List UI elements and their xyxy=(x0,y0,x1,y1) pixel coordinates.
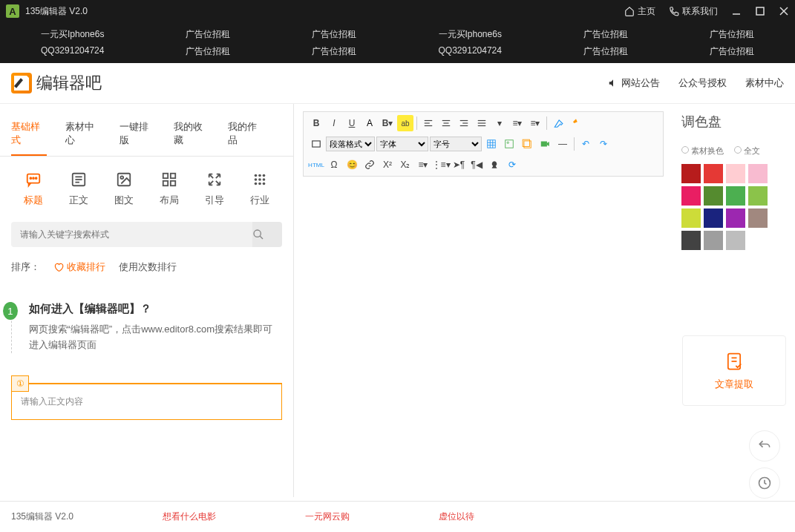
align-center-button[interactable] xyxy=(438,115,454,131)
status-link-slot[interactable]: 虚位以待 xyxy=(439,510,474,523)
eraser-button[interactable] xyxy=(550,115,566,131)
color-swatch[interactable] xyxy=(704,231,723,250)
italic-button[interactable]: I xyxy=(326,115,342,131)
close-button[interactable] xyxy=(779,6,789,16)
format-select[interactable]: 段落格式 xyxy=(326,137,375,151)
lineheight-button[interactable]: ≡▾ xyxy=(509,115,526,131)
align-right-button[interactable] xyxy=(456,115,472,131)
history-redo-button[interactable] xyxy=(749,467,780,499)
color-swatch[interactable] xyxy=(748,164,768,183)
ad-text[interactable]: 一元买Iphone6s xyxy=(41,28,104,41)
rtl-button[interactable]: ¶◀ xyxy=(468,157,485,173)
ad-text[interactable]: 广告位招租 xyxy=(312,28,356,41)
tab-basic-style[interactable]: 基础样式 xyxy=(11,113,47,156)
hr-button[interactable]: — xyxy=(554,136,571,152)
highlight-button[interactable]: ab xyxy=(397,115,413,131)
fontcolor-button[interactable]: A xyxy=(361,115,378,131)
color-swatch[interactable] xyxy=(726,186,745,206)
text-style-card[interactable]: 请输入正文内容 xyxy=(11,383,282,420)
align-left-button[interactable] xyxy=(420,115,436,131)
underline-button[interactable]: U xyxy=(344,115,360,131)
ad-text[interactable]: QQ3291204724 xyxy=(439,45,502,56)
tab-typeset[interactable]: 一键排版 xyxy=(120,113,155,156)
tab-works[interactable]: 我的作品 xyxy=(228,113,264,156)
ad-text[interactable]: 广告位招租 xyxy=(186,28,230,41)
color-swatch[interactable] xyxy=(704,186,723,206)
ad-text[interactable]: 广告位招租 xyxy=(186,45,230,58)
omega-button[interactable]: Ω xyxy=(326,157,342,173)
redo-button[interactable]: ↷ xyxy=(595,136,612,152)
category-title[interactable]: 标题 xyxy=(24,171,43,207)
ol-button[interactable]: ≡▾ xyxy=(415,157,431,173)
sort-usage[interactable]: 使用次数排行 xyxy=(119,260,177,274)
nav-material[interactable]: 素材中心 xyxy=(745,76,784,90)
table-button[interactable] xyxy=(483,136,500,152)
color-swatch[interactable] xyxy=(681,186,701,206)
editor-area[interactable]: B I U A B▾ ab ▾ ≡▾ ≡▾ 段落格式 字体 字号 xyxy=(293,104,673,497)
toggle-fulltext[interactable]: 全文 xyxy=(734,145,760,157)
image-button[interactable] xyxy=(501,136,517,152)
ad-text[interactable]: 广告位招租 xyxy=(710,28,754,41)
sup-button[interactable]: X² xyxy=(379,157,396,173)
extract-card[interactable]: 文章提取 xyxy=(682,335,786,406)
indent-button[interactable]: ▾ xyxy=(491,115,508,131)
undo-button[interactable]: ↶ xyxy=(578,136,594,152)
color-swatch[interactable] xyxy=(681,208,701,228)
color-swatch[interactable] xyxy=(748,186,768,206)
color-swatch[interactable] xyxy=(704,208,723,228)
ad-text[interactable]: QQ3291204724 xyxy=(41,45,104,56)
status-link-shop[interactable]: 一元网云购 xyxy=(305,510,350,523)
color-swatch[interactable] xyxy=(704,164,723,183)
source-button[interactable] xyxy=(308,136,324,152)
color-swatch[interactable] xyxy=(681,231,701,250)
ad-text[interactable]: 一元买Iphone6s xyxy=(439,28,502,41)
refresh-button[interactable]: ⟳ xyxy=(504,157,520,173)
ad-text[interactable]: 广告位招租 xyxy=(312,45,356,58)
ad-text[interactable]: 广告位招租 xyxy=(710,45,754,58)
search-button[interactable] xyxy=(252,222,282,247)
search-input[interactable] xyxy=(11,222,252,247)
tab-favorites[interactable]: 我的收藏 xyxy=(174,113,209,156)
size-select[interactable]: 字号 xyxy=(430,137,482,151)
maximize-button[interactable] xyxy=(755,6,765,16)
ad-text[interactable]: 广告位招租 xyxy=(583,28,628,41)
link-button[interactable] xyxy=(361,157,378,173)
nav-announce[interactable]: 网站公告 xyxy=(608,76,660,90)
bold-dropdown[interactable]: B▾ xyxy=(379,115,396,131)
ltr-button[interactable]: ➤¶ xyxy=(451,157,467,173)
style-card[interactable]: 1 如何进入【编辑器吧】？ 网页搜索“编辑器吧”，点击www.editor8.c… xyxy=(11,302,282,353)
nav-authorize[interactable]: 公众号授权 xyxy=(678,76,727,90)
color-swatch[interactable] xyxy=(748,208,768,228)
tab-material[interactable]: 素材中心 xyxy=(65,113,101,156)
color-swatch[interactable] xyxy=(726,208,745,228)
multiimage-button[interactable] xyxy=(519,136,535,152)
minimize-button[interactable] xyxy=(731,6,742,16)
status-link-movie[interactable]: 想看什么电影 xyxy=(163,510,216,523)
category-imagetxt[interactable]: 图文 xyxy=(114,171,134,207)
color-swatch[interactable] xyxy=(726,164,745,183)
contact-link[interactable]: 联系我们 xyxy=(669,5,718,18)
brush-button[interactable] xyxy=(568,115,584,131)
history-undo-button[interactable] xyxy=(749,430,780,462)
category-body[interactable]: 正文 xyxy=(69,171,88,207)
ad-text[interactable]: 广告位招租 xyxy=(583,45,628,58)
sub-button[interactable]: X₂ xyxy=(397,157,413,173)
color-swatch[interactable] xyxy=(726,231,745,250)
font-select[interactable]: 字体 xyxy=(376,137,428,151)
category-layout[interactable]: 布局 xyxy=(160,171,179,207)
video-button[interactable] xyxy=(537,136,553,152)
align-justify-button[interactable] xyxy=(474,115,490,131)
toggle-material[interactable]: 素材换色 xyxy=(681,145,724,157)
find-button[interactable] xyxy=(486,157,503,173)
sort-favorite[interactable]: 收藏排行 xyxy=(53,260,105,274)
ul-button[interactable]: ⋮≡▾ xyxy=(433,157,449,173)
home-link[interactable]: 主页 xyxy=(624,5,655,18)
spacing-button[interactable]: ≡▾ xyxy=(527,115,543,131)
brand[interactable]: 编辑器吧 xyxy=(11,72,102,94)
category-industry[interactable]: 行业 xyxy=(250,171,269,207)
color-swatch[interactable] xyxy=(681,164,701,183)
html-button[interactable]: HTML xyxy=(308,157,324,173)
bold-button[interactable]: B xyxy=(308,115,324,131)
emoji-button[interactable]: 😊 xyxy=(344,157,360,173)
category-guide[interactable]: 引导 xyxy=(205,171,224,207)
